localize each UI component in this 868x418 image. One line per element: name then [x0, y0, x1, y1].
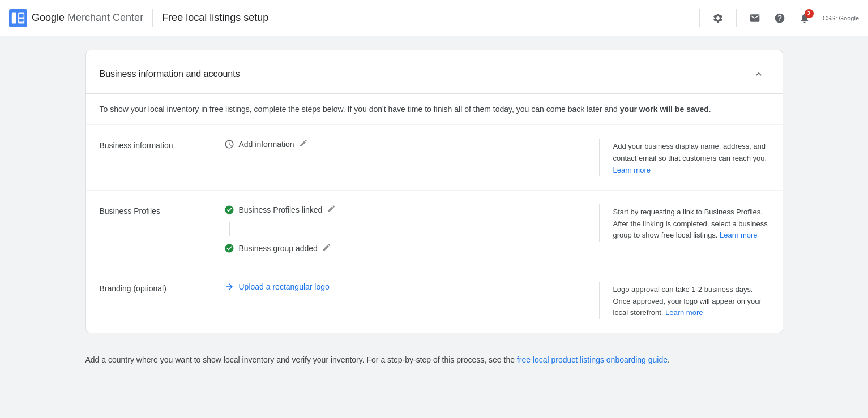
description-bold: your work will be saved	[620, 105, 709, 114]
business-group-text: Business group added	[239, 244, 318, 253]
gear-icon	[712, 12, 724, 24]
description-end: .	[709, 105, 711, 114]
header-divider	[152, 9, 153, 27]
notification-badge: 2	[805, 9, 814, 18]
notifications-button[interactable]: 2	[793, 7, 816, 29]
card-description: To show your local inventory in free lis…	[86, 94, 783, 125]
page-footer: Add a country where you want to show loc…	[72, 342, 797, 377]
branding-side: Logo approval can take 1-2 business days…	[599, 282, 769, 319]
svg-rect-1	[12, 12, 16, 23]
business-info-content: Add information	[224, 139, 585, 150]
add-information-text: Add information	[239, 140, 294, 149]
css-label: CSS: Google	[823, 15, 859, 21]
business-profiles-content: Business Profiles linked Business gro	[224, 204, 585, 254]
settings-button[interactable]	[707, 7, 729, 29]
business-group-action: Business group added	[224, 243, 585, 254]
mail-button[interactable]	[743, 7, 766, 29]
header-actions: 2 CSS: Google	[695, 7, 859, 29]
branding-learn-more[interactable]: Learn more	[665, 308, 703, 317]
profiles-connector-line	[229, 222, 230, 236]
settings-mail-divider	[736, 9, 737, 27]
header-action-divider	[699, 9, 700, 27]
main-content: Business information and accounts To sho…	[72, 36, 797, 333]
business-info-learn-more[interactable]: Learn more	[613, 166, 651, 174]
description-text: To show your local inventory in free lis…	[100, 105, 620, 114]
add-information-action: Add information	[224, 139, 585, 150]
chevron-up-icon	[753, 68, 764, 80]
edit-business-info-icon[interactable]	[299, 139, 308, 150]
check-circle-group-icon	[224, 243, 234, 253]
mail-icon	[749, 12, 760, 24]
help-icon	[774, 12, 785, 24]
gmc-logo	[9, 9, 27, 27]
profiles-linked-text: Business Profiles linked	[239, 205, 323, 214]
business-info-side-text: Add your business display name, address,…	[613, 142, 767, 162]
upload-logo-action: Upload a rectangular logo	[224, 282, 585, 292]
svg-rect-3	[19, 14, 24, 17]
business-info-side: Add your business display name, address,…	[599, 139, 769, 176]
header: Google Merchant Center Free local listin…	[0, 0, 868, 36]
card-header: Business information and accounts	[86, 50, 783, 94]
edit-profiles-linked-icon[interactable]	[327, 204, 336, 216]
page-title: Free local listings setup	[162, 12, 268, 24]
branding-row: Branding (optional) Upload a rectangular…	[86, 268, 783, 333]
brand-text: Google Merchant Center	[32, 12, 143, 24]
footer-text-after: .	[668, 355, 670, 364]
branding-content: Upload a rectangular logo	[224, 282, 585, 292]
footer-text-before: Add a country where you want to show loc…	[85, 355, 517, 364]
arrow-right-icon	[224, 282, 234, 292]
svg-rect-4	[19, 19, 24, 21]
clock-icon	[224, 139, 234, 149]
brand-link[interactable]: Google Merchant Center	[9, 9, 143, 27]
business-profiles-label: Business Profiles	[100, 204, 224, 216]
business-info-label: Business information	[100, 139, 224, 150]
branding-label: Branding (optional)	[100, 282, 224, 293]
edit-business-group-icon[interactable]	[322, 243, 331, 254]
check-circle-linked-icon	[224, 205, 234, 215]
business-information-row: Business information Add information	[86, 125, 783, 190]
business-info-card: Business information and accounts To sho…	[85, 50, 783, 333]
upload-logo-link[interactable]: Upload a rectangular logo	[239, 282, 330, 291]
onboarding-guide-link[interactable]: free local product listings onboarding g…	[517, 355, 668, 364]
profiles-linked-action: Business Profiles linked	[224, 204, 585, 216]
collapse-button[interactable]	[749, 64, 769, 84]
business-profiles-side: Start by requesting a link to Business P…	[599, 204, 769, 242]
help-button[interactable]	[768, 7, 791, 29]
business-profiles-learn-more[interactable]: Learn more	[720, 231, 757, 239]
business-profiles-row: Business Profiles Business Profiles link…	[86, 191, 783, 268]
card-title: Business information and accounts	[100, 69, 240, 79]
